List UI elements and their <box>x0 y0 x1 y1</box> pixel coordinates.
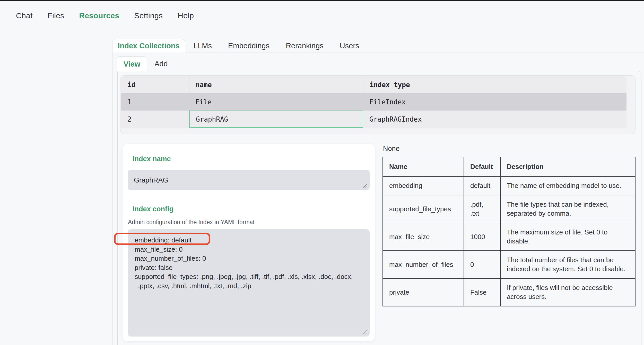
spec-column-description: Description <box>500 157 635 176</box>
resize-handle-icon[interactable] <box>363 330 367 335</box>
spec-desc: The name of embedding model to use. <box>500 176 635 195</box>
index-config-input[interactable]: embedding: default max_file_size: 0 max_… <box>128 229 370 337</box>
config-line: supported_file_types: .png, .jpeg, .jpg,… <box>135 272 364 282</box>
spec-row-embedding: embedding default The name of embedding … <box>383 176 635 195</box>
cell-id[interactable]: 1 <box>121 93 189 111</box>
top-navigation: Chat Files Resources Settings Help <box>16 11 194 20</box>
config-line: max_number_of_files: 0 <box>135 254 364 263</box>
spec-desc: The total number of files that can be in… <box>500 251 635 278</box>
table-row-graphrag[interactable]: 2 GraphRAG GraphRAGIndex <box>121 111 626 128</box>
tab-users[interactable]: Users <box>340 42 359 50</box>
spec-desc: The maximum size of file. Set 0 to disab… <box>500 223 635 251</box>
column-header-id: id <box>121 76 189 93</box>
spec-default: 0 <box>464 251 500 278</box>
spec-desc: If private, files will not be accessible… <box>500 278 635 306</box>
nav-item-chat[interactable]: Chat <box>16 11 33 20</box>
index-detail-card: Index name GraphRAG Index config Admin c… <box>123 144 375 341</box>
cell-index-type[interactable]: GraphRAGIndex <box>363 111 626 128</box>
resize-handle-icon[interactable] <box>363 184 367 188</box>
cell-name-selected[interactable]: GraphRAG <box>189 111 363 128</box>
column-header-name: name <box>189 76 363 93</box>
spec-name: private <box>383 278 464 306</box>
cell-name[interactable]: File <box>189 93 363 111</box>
tab-llms[interactable]: LLMs <box>194 42 212 50</box>
config-line: max_file_size: 0 <box>135 245 364 254</box>
view-add-tab-bar: Add <box>151 56 168 71</box>
index-name-label: Index name <box>133 155 171 163</box>
nav-item-settings[interactable]: Settings <box>134 11 163 20</box>
spec-default: .pdf, .txt <box>464 195 500 223</box>
table-row-file[interactable]: 1 File FileIndex <box>121 93 626 111</box>
spec-name: max_number_of_files <box>383 251 464 278</box>
column-header-index-type: index type <box>363 76 626 93</box>
spec-row-supported-file-types: supported_file_types .pdf, .txt The file… <box>383 195 635 223</box>
tab-add[interactable]: Add <box>154 60 168 68</box>
index-config-help-text: Admin configuration of the Index in YAML… <box>128 219 255 226</box>
spec-name: embedding <box>383 176 464 195</box>
index-name-value: GraphRAG <box>134 176 168 184</box>
config-line: private: false <box>135 263 364 273</box>
nav-item-help[interactable]: Help <box>178 11 194 20</box>
tab-embeddings[interactable]: Embeddings <box>228 42 269 50</box>
index-config-label: Index config <box>133 205 173 213</box>
config-spec-table: Name Default Description embedding defau… <box>382 157 636 306</box>
nav-item-files[interactable]: Files <box>48 11 64 20</box>
window-top-border <box>0 0 644 1</box>
resources-tab-bar: LLMs Embeddings Rerankings Users <box>194 39 359 52</box>
config-line: .pptx, .csv, .html, .mhtml, .txt, .md, .… <box>135 282 364 291</box>
cell-index-type[interactable]: FileIndex <box>363 93 626 111</box>
spec-default: 1000 <box>464 223 500 251</box>
cell-id[interactable]: 2 <box>121 111 189 128</box>
selection-status-text: None <box>383 145 400 153</box>
spec-desc: The file types that can be indexed, sepa… <box>500 195 635 223</box>
spec-name: max_file_size <box>383 223 464 251</box>
spec-row-max-number-of-files: max_number_of_files 0 The total number o… <box>383 251 635 278</box>
spec-column-name: Name <box>383 157 464 176</box>
spec-default: False <box>464 278 500 306</box>
spec-name: supported_file_types <box>383 195 464 223</box>
spec-row-max-file-size: max_file_size 1000 The maximum size of f… <box>383 223 635 251</box>
spec-default: default <box>464 176 500 195</box>
spec-column-default: Default <box>464 157 500 176</box>
index-collections-table: id name index type 1 File FileIndex 2 Gr… <box>120 75 636 134</box>
index-name-input[interactable]: GraphRAG <box>128 170 370 190</box>
tab-view[interactable]: View <box>117 56 147 71</box>
config-line: embedding: default <box>135 236 364 245</box>
spec-header-row: Name Default Description <box>383 157 635 176</box>
spec-row-private: private False If private, files will not… <box>383 278 635 306</box>
nav-item-resources[interactable]: Resources <box>79 11 119 20</box>
table-header-row: id name index type <box>121 76 626 93</box>
tab-index-collections[interactable]: Index Collections <box>112 39 185 52</box>
tab-rerankings[interactable]: Rerankings <box>286 42 324 50</box>
